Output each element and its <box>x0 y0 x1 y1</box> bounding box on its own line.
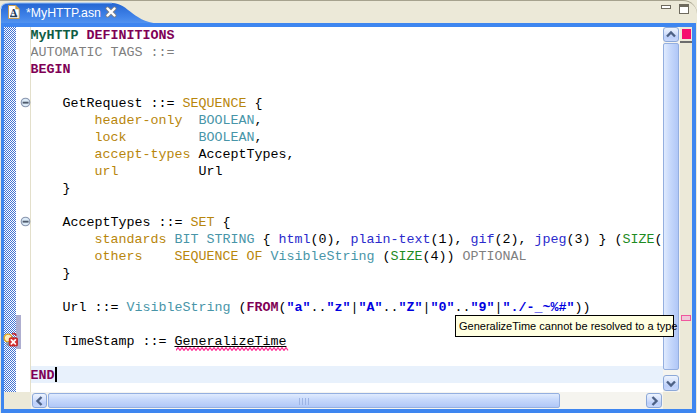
svg-text:*MyHTTP.asn: *MyHTTP.asn <box>26 6 101 20</box>
